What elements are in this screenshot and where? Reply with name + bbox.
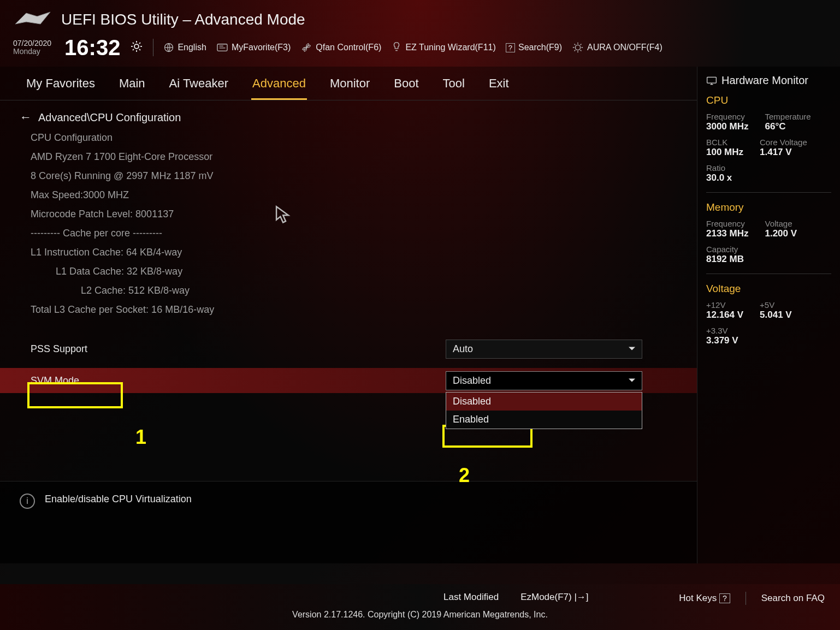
- qfan-button[interactable]: Qfan Control(F6): [300, 41, 381, 54]
- sb-v33-l: +3.3V: [706, 326, 831, 335]
- sidebar-title: Hardware Monitor: [706, 74, 831, 87]
- rog-logo-icon: [13, 9, 52, 31]
- sb-v5-l: +5V: [760, 300, 792, 310]
- svm-option-enabled[interactable]: Enabled: [446, 411, 642, 429]
- sb-cpu-title: CPU: [706, 94, 831, 106]
- tab-advanced[interactable]: Advanced: [251, 72, 307, 100]
- eztuning-button[interactable]: EZ Tuning Wizard(F11): [391, 41, 495, 54]
- help-text: Enable/disable CPU Virtualization: [45, 494, 192, 505]
- l3-cache: Total L3 Cache per Socket: 16 MB/16-way: [31, 304, 677, 316]
- hotkeys-button[interactable]: Hot Keys ?: [679, 593, 730, 604]
- ezmode-button[interactable]: EzMode(F7) |→]: [520, 592, 588, 603]
- tab-boot[interactable]: Boot: [393, 72, 419, 100]
- last-modified-button[interactable]: Last Modified: [443, 592, 499, 603]
- sb-cpu-ratio-v: 30.0 x: [706, 173, 831, 183]
- tab-main[interactable]: Main: [118, 72, 146, 100]
- body: My Favorites Main Ai Tweaker Advanced Mo…: [0, 67, 840, 563]
- sb-divider: [706, 192, 831, 193]
- info-toolbar: 07/20/2020 Monday 16:32 English MyFavori…: [0, 33, 840, 67]
- svm-options-list: Disabled Enabled: [446, 392, 642, 429]
- content: CPU Configuration AMD Ryzen 7 1700 Eight…: [0, 129, 697, 481]
- sb-cpu-freq-v: 3000 MHz: [706, 121, 748, 132]
- footer-right-links: Hot Keys ? Search on FAQ: [679, 592, 825, 605]
- sb-cpu-ratio-l: Ratio: [706, 163, 831, 173]
- sb-mem-cap-l: Capacity: [706, 245, 831, 254]
- aura-button[interactable]: AURA ON/OFF(F4): [572, 41, 662, 54]
- footer-bar: Last Modified EzMode(F7) |→] Hot Keys ? …: [0, 584, 840, 630]
- search-faq-button[interactable]: Search on FAQ: [761, 593, 825, 604]
- sb-cpu-temp-v: 66°C: [765, 121, 811, 132]
- pss-dropdown[interactable]: Auto: [446, 340, 642, 359]
- separator: [153, 39, 153, 56]
- question-icon: ?: [506, 43, 515, 52]
- l1d-cache: L1 Data Cache: 32 KB/8-way: [31, 266, 677, 277]
- back-arrow-icon[interactable]: ←: [20, 110, 32, 124]
- tab-aitweaker[interactable]: Ai Tweaker: [168, 72, 229, 100]
- svm-dropdown[interactable]: Disabled Disabled Enabled: [446, 371, 642, 390]
- breadcrumb[interactable]: ← Advanced\CPU Configuration: [0, 100, 697, 129]
- sb-divider: [706, 274, 831, 274]
- day: Monday: [13, 47, 51, 56]
- sb-mem-volt-v: 1.200 V: [765, 228, 797, 239]
- sb-cpu-bclk-l: BCLK: [706, 138, 743, 147]
- sb-cpu-cv-v: 1.417 V: [760, 147, 807, 158]
- breadcrumb-text: Advanced\CPU Configuration: [38, 111, 181, 124]
- l1i-cache: L1 Instruction Cache: 64 KB/4-way: [31, 247, 677, 258]
- svg-rect-2: [217, 44, 227, 51]
- tab-tool[interactable]: Tool: [442, 72, 466, 100]
- language-button[interactable]: English: [163, 42, 206, 53]
- cursor-icon: [274, 205, 291, 226]
- svm-label: SVM Mode: [31, 375, 446, 387]
- pss-value[interactable]: Auto: [446, 340, 642, 359]
- sb-mem-cap-v: 8192 MB: [706, 254, 831, 265]
- sb-mem-freq-v: 2133 MHz: [706, 228, 748, 239]
- sb-cpu-bclk-v: 100 MHz: [706, 147, 743, 158]
- search-button[interactable]: ? Search(F9): [506, 43, 562, 52]
- cpu-section-title: CPU Configuration: [31, 132, 677, 144]
- tab-myfavorites[interactable]: My Favorites: [25, 72, 96, 100]
- pss-label: PSS Support: [31, 343, 446, 355]
- question-icon: ?: [719, 593, 730, 603]
- sb-cpu-cv-l: Core Voltage: [760, 138, 807, 147]
- sb-v5-v: 5.041 V: [760, 310, 792, 320]
- sb-mem-volt-l: Voltage: [765, 219, 797, 228]
- cpu-maxspeed: Max Speed:3000 MHZ: [31, 189, 677, 201]
- ezmode-icon: |→]: [574, 592, 588, 602]
- sb-cpu-temp-l: Temperature: [765, 112, 811, 121]
- svg-point-3: [575, 45, 580, 50]
- sb-v12-v: 12.164 V: [706, 310, 743, 320]
- myfavorite-button[interactable]: MyFavorite(F3): [216, 43, 291, 52]
- sb-v33-v: 3.379 V: [706, 335, 831, 346]
- monitor-icon: [706, 76, 717, 86]
- sb-volt-title: Voltage: [706, 283, 831, 295]
- help-bar: i Enable/disable CPU Virtualization: [0, 481, 697, 563]
- sb-mem-title: Memory: [706, 201, 831, 213]
- clock: 16:32: [64, 35, 120, 60]
- copyright: Version 2.17.1246. Copyright (C) 2019 Am…: [292, 610, 548, 620]
- cpu-microcode: Microcode Patch Level: 8001137: [31, 209, 677, 220]
- bios-root: UEFI BIOS Utility – Advanced Mode 07/20/…: [0, 0, 840, 630]
- cpu-name: AMD Ryzen 7 1700 Eight-Core Processor: [31, 151, 677, 163]
- cache-header: --------- Cache per core ---------: [31, 228, 677, 239]
- svm-value[interactable]: Disabled: [446, 371, 642, 390]
- footer-left-links: Last Modified EzMode(F7) |→]: [443, 592, 589, 603]
- l2-cache: L2 Cache: 512 KB/8-way: [31, 285, 677, 296]
- main-tabs: My Favorites Main Ai Tweaker Advanced Mo…: [0, 67, 697, 100]
- svm-option-disabled[interactable]: Disabled: [446, 393, 642, 411]
- svm-mode-row[interactable]: SVM Mode Disabled Disabled Enabled: [0, 368, 697, 393]
- date: 07/20/2020: [13, 39, 51, 47]
- sb-cpu-freq-l: Frequency: [706, 112, 748, 121]
- bios-title: UEFI BIOS Utility – Advanced Mode: [61, 11, 305, 28]
- info-icon: i: [20, 494, 35, 509]
- gear-icon[interactable]: [130, 40, 143, 55]
- svg-rect-4: [707, 77, 717, 83]
- main-panel: My Favorites Main Ai Tweaker Advanced Mo…: [0, 67, 697, 563]
- tab-exit[interactable]: Exit: [488, 72, 510, 100]
- svg-point-0: [134, 44, 139, 49]
- pss-support-row[interactable]: PSS Support Auto: [31, 337, 677, 360]
- tab-monitor[interactable]: Monitor: [329, 72, 371, 100]
- hardware-monitor-sidebar: Hardware Monitor CPU Frequency 3000 MHz …: [697, 67, 840, 563]
- sb-v12-l: +12V: [706, 300, 743, 310]
- top-title-bar: UEFI BIOS Utility – Advanced Mode: [0, 0, 840, 33]
- cpu-cores: 8 Core(s) Running @ 2997 MHz 1187 mV: [31, 170, 677, 182]
